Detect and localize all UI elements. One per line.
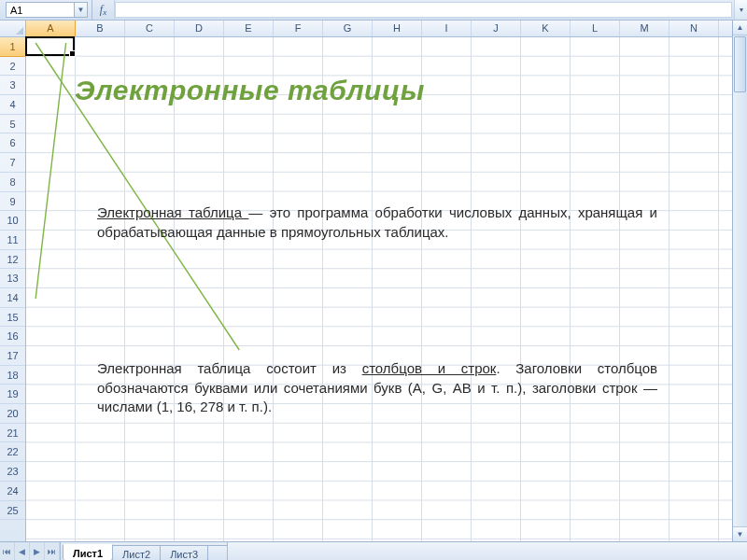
para2-lead: Электронная таблица состоит из — [97, 360, 362, 376]
column-header[interactable]: L — [571, 21, 620, 36]
vertical-scrollbar[interactable]: ▲ ▼ — [732, 21, 747, 541]
column-header[interactable]: N — [669, 21, 719, 36]
row-header[interactable]: 19 — [0, 385, 25, 404]
insert-function-button[interactable]: fx — [92, 0, 115, 20]
column-header[interactable]: J — [472, 21, 521, 36]
row-header[interactable]: 4 — [0, 95, 25, 115]
sheet-tabs: Лист1 Лист2 Лист3 — [61, 542, 227, 560]
slide-title: Электронные таблицы — [75, 75, 425, 106]
formula-bar-expand[interactable]: ▾ — [734, 0, 747, 20]
row-headers: 1 2 3 4 5 6 7 8 9 10 11 12 13 14 15 16 1… — [0, 37, 26, 541]
row-header[interactable]: 20 — [0, 404, 25, 424]
row-header[interactable]: 11 — [0, 231, 25, 250]
row-header[interactable]: 25 — [0, 501, 25, 521]
row-header[interactable]: 17 — [0, 346, 25, 366]
name-box[interactable]: A1 — [6, 2, 75, 18]
paragraph-1: Электронная таблица — это программа обра… — [97, 203, 657, 242]
svg-line-1 — [35, 43, 65, 299]
sheet-tab[interactable]: Лист2 — [112, 545, 161, 560]
name-box-dropdown[interactable]: ▼ — [75, 2, 88, 18]
column-header[interactable]: A — [26, 21, 76, 36]
column-header[interactable]: H — [373, 21, 422, 36]
new-sheet-button[interactable] — [207, 545, 228, 560]
scroll-thumb[interactable] — [734, 36, 746, 92]
column-headers: A B C D E F G H I J K L M N — [26, 21, 746, 37]
row-header[interactable]: 22 — [0, 442, 25, 462]
row-header[interactable]: 18 — [0, 366, 25, 385]
row-header[interactable]: 24 — [0, 482, 25, 501]
tab-nav-buttons: ⏮ ◀ ▶ ⏭ — [0, 542, 61, 560]
horizontal-scrollbar[interactable] — [227, 542, 747, 560]
column-header[interactable]: M — [620, 21, 669, 36]
row-header[interactable]: 2 — [0, 57, 25, 77]
formula-bar: A1 ▼ fx ▾ — [0, 0, 747, 21]
column-header[interactable]: G — [323, 21, 373, 36]
column-header[interactable]: C — [125, 21, 175, 36]
row-header[interactable]: 3 — [0, 76, 25, 95]
scroll-up-button[interactable]: ▲ — [733, 21, 747, 35]
tab-nav-last[interactable]: ⏭ — [45, 542, 60, 560]
row-header[interactable]: 5 — [0, 115, 25, 134]
sheet-tab[interactable]: Лист3 — [160, 545, 208, 560]
row-header[interactable]: 12 — [0, 250, 25, 270]
row-header[interactable]: 23 — [0, 462, 25, 482]
scroll-down-button[interactable]: ▼ — [733, 526, 747, 541]
column-header[interactable]: K — [521, 21, 571, 36]
row-header[interactable]: 21 — [0, 424, 25, 443]
column-header[interactable]: B — [76, 21, 125, 36]
select-all-corner[interactable] — [0, 21, 26, 37]
paragraph-2: Электронная таблица состоит из столбцов … — [97, 359, 657, 417]
column-header[interactable]: E — [224, 21, 274, 36]
sheet-tab[interactable]: Лист1 — [63, 544, 113, 560]
column-header[interactable]: D — [175, 21, 224, 36]
active-cell[interactable] — [25, 36, 75, 56]
column-header[interactable]: F — [274, 21, 323, 36]
formula-input[interactable] — [115, 2, 732, 18]
name-box-group: A1 ▼ — [0, 0, 92, 20]
row-header[interactable]: 14 — [0, 288, 25, 308]
worksheet-grid: A B C D E F G H I J K L M N 1 2 3 4 5 6 … — [0, 21, 747, 541]
column-header[interactable]: I — [422, 21, 472, 36]
tab-nav-first[interactable]: ⏮ — [0, 542, 15, 560]
row-header[interactable]: 9 — [0, 192, 25, 212]
row-header[interactable]: 6 — [0, 133, 25, 153]
para1-underline: Электронная таблица — [97, 204, 248, 220]
cells-area[interactable]: Электронные таблицы Электронная таблица … — [26, 37, 746, 541]
sheet-tab-bar: ⏮ ◀ ▶ ⏭ Лист1 Лист2 Лист3 — [0, 541, 747, 560]
tab-nav-next[interactable]: ▶ — [30, 542, 45, 560]
row-header[interactable]: 7 — [0, 153, 25, 173]
connector-lines — [26, 37, 746, 541]
row-header[interactable]: 1 — [0, 37, 25, 57]
row-header[interactable]: 16 — [0, 327, 25, 346]
row-header[interactable]: 8 — [0, 173, 25, 192]
tab-nav-prev[interactable]: ◀ — [15, 542, 30, 560]
row-header[interactable]: 10 — [0, 211, 25, 231]
para2-underline: столбцов и строк — [362, 360, 497, 376]
row-header[interactable]: 15 — [0, 308, 25, 328]
row-header[interactable]: 13 — [0, 269, 25, 288]
